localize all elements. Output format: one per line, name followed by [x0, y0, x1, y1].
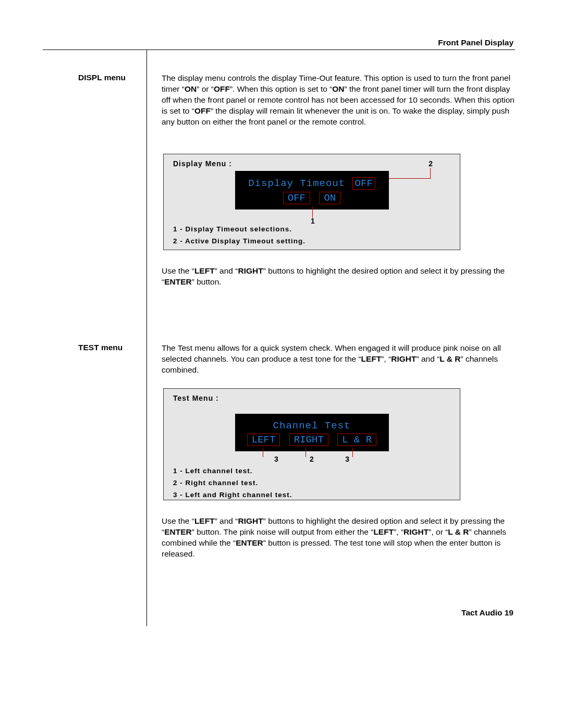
lcd-title: Display Timeout	[248, 178, 345, 189]
lcd-screen: Display Timeout OFF OFF ON	[235, 171, 389, 209]
text: Use the “	[162, 516, 194, 525]
paragraph-test-2: Use the “LEFT” and “RIGHT” buttons to hi…	[162, 516, 515, 560]
option-lr[interactable]: L & R	[337, 434, 376, 446]
page-number: 19	[505, 608, 513, 617]
paragraph-test: The Test menu allows for a quick system …	[162, 343, 515, 376]
text: ”. When this option is set to “	[230, 84, 332, 93]
lcd-title: Channel Test	[235, 420, 389, 431]
text: ” button.	[192, 277, 222, 286]
callout-3: 3	[345, 455, 349, 463]
test-menu-panel: Test Menu : Channel Test LEFT RIGHT L & …	[163, 388, 460, 500]
sidebar-label-test: TEST menu	[78, 343, 141, 352]
callout-line	[263, 448, 263, 457]
text: ” button. The pink noise will output fro…	[192, 527, 374, 536]
legend-2: 2 - Active Display Timeout setting.	[173, 237, 450, 245]
text: ” and “	[215, 516, 238, 525]
option-left[interactable]: LEFT	[247, 434, 280, 446]
callout-line	[430, 168, 431, 178]
callout-1: 1	[311, 217, 315, 225]
footer-brand: Tact Audio	[461, 608, 502, 617]
kw-off: OFF	[194, 106, 211, 115]
top-divider	[43, 50, 515, 50]
section-header: Front Panel Display	[438, 38, 513, 47]
kw-left: LEFT	[194, 516, 215, 525]
option-right[interactable]: RIGHT	[289, 434, 328, 446]
callout-2: 2	[429, 159, 433, 168]
text: ” and “	[215, 266, 238, 275]
legend-3: 3 - Left and Right channel test.	[173, 491, 450, 499]
vertical-divider	[146, 50, 147, 626]
lcd-current-value: OFF	[352, 177, 375, 190]
callout-2: 2	[310, 455, 314, 463]
page-footer: Tact Audio 19	[461, 608, 513, 618]
kw-right: RIGHT	[238, 516, 263, 525]
text: ”, “	[381, 354, 391, 363]
kw-right: RIGHT	[391, 354, 416, 363]
text: ” and “	[417, 354, 440, 363]
kw-enter: ENTER	[164, 527, 192, 536]
paragraph-displ: The display menu controls the display Ti…	[162, 73, 515, 128]
kw-left: LEFT	[194, 266, 215, 275]
legend-1: 1 - Display Timeout selections.	[173, 225, 450, 233]
sidebar-label-displ: DISPL menu	[78, 73, 141, 82]
text: ”, or “	[429, 527, 448, 536]
panel-title: Display Menu :	[173, 159, 450, 168]
legend-1: 1 - Left channel test.	[173, 467, 450, 475]
callout-3: 3	[274, 455, 278, 463]
legend-2: 2 - Right channel test.	[173, 479, 450, 487]
callout-line	[352, 448, 353, 457]
kw-on: ON	[185, 84, 197, 93]
kw-left: LEFT	[373, 527, 394, 536]
text: ” the display will remain lit whenever t…	[162, 106, 509, 126]
kw-left: LEFT	[361, 354, 382, 363]
kw-enter: ENTER	[236, 538, 263, 547]
panel-title: Test Menu :	[173, 394, 450, 402]
text: Use the “	[162, 266, 194, 275]
callout-line	[305, 448, 306, 457]
display-menu-panel: Display Menu : 2 Display Timeout OFF OFF…	[163, 154, 460, 250]
kw-lr: L & R	[439, 354, 460, 363]
option-off[interactable]: OFF	[283, 192, 310, 204]
option-on[interactable]: ON	[319, 192, 340, 204]
kw-right: RIGHT	[403, 527, 429, 536]
paragraph-displ-2: Use the “LEFT” and “RIGHT” buttons to hi…	[162, 266, 515, 288]
text: ”, “	[394, 527, 403, 536]
lcd-screen: Channel Test LEFT RIGHT L & R	[235, 414, 389, 451]
kw-lr: L & R	[448, 527, 469, 536]
kw-on: ON	[332, 84, 344, 93]
kw-right: RIGHT	[238, 266, 263, 275]
text: ” or “	[197, 84, 214, 93]
kw-enter: ENTER	[164, 277, 192, 286]
kw-off: OFF	[214, 84, 230, 93]
callout-line	[312, 206, 313, 218]
